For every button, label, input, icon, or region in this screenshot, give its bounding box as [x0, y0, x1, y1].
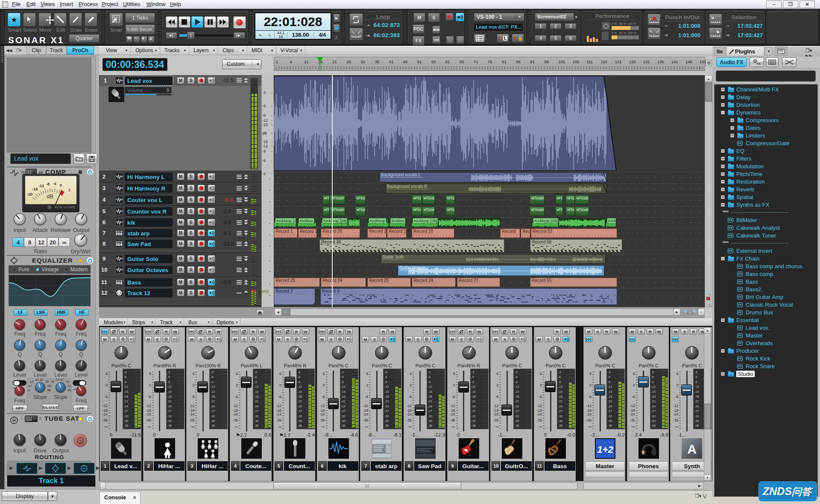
svg-text:-20: -20: [27, 192, 32, 196]
svg-text:dB: dB: [47, 193, 53, 199]
svg-text:-4: -4: [53, 182, 56, 186]
svg-text:1+2: 1+2: [597, 444, 613, 455]
svg-text:0: 0: [60, 183, 62, 188]
svg-text:3: 3: [68, 188, 70, 192]
svg-text:FX: FX: [757, 62, 761, 65]
svg-text:A: A: [688, 442, 697, 456]
svg-text:-8: -8: [46, 182, 50, 186]
svg-text:-12: -12: [38, 184, 44, 188]
svg-text:-16: -16: [32, 187, 38, 191]
